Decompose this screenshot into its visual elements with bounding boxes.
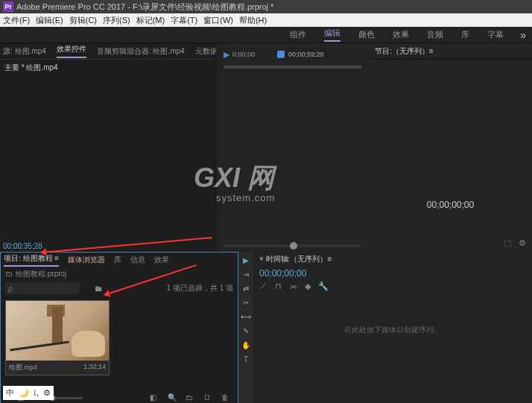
timeline-timecode[interactable]: 00;00;00;00 [253,267,532,280]
clip-thumbnail[interactable]: 绘图.mp4 1;32;14 [5,300,110,375]
new-bin-button[interactable]: 🗀 [186,393,196,402]
master-clip-label: 主要 * 绘图.mp4 [0,60,215,76]
track-select-tool-icon[interactable]: ⇥ [241,269,251,279]
menu-marker[interactable]: 标记(M) [136,15,165,26]
ime-lang[interactable]: 中 [6,387,14,399]
slip-tool-icon[interactable]: ⟷ [241,311,251,322]
snap-icon[interactable]: ⊓ [275,282,282,291]
selection-tool-icon[interactable]: ▶ [241,255,251,265]
playhead-icon[interactable] [277,51,285,58]
ws-more-icon[interactable]: » [520,29,526,41]
timeline-header[interactable]: × 时间轴:（无序列）≡ [253,252,532,267]
tab-effects[interactable]: 效果 [154,255,169,265]
auto-transcode-icon[interactable]: ◧ [150,393,160,402]
footer-right: ◧ 🔍 🗀 🗋 🗑 [150,393,235,402]
thumbnail-area: 绘图.mp4 1;32;14 [1,296,238,380]
app-icon: Pr [3,1,13,12]
playhead-marker-icon[interactable]: ▶ [224,50,229,60]
clip-preview [6,301,109,361]
settings-icon[interactable]: ⚙ [519,238,529,249]
timeline-toolbar: ⸓ ⊓ ⫘ ◆ 🔧 [253,280,532,293]
ime-punct-icon[interactable]: ⁞, [34,388,39,398]
upper-panels: 源: 绘图.mp4 效果控件 音频剪辑混合器: 绘图.mp4 元数据 主要 * … [0,43,532,252]
tools-panel: ▶ ⇥ ⇄ ✂ ⟷ ✎ ✋ T [238,252,253,403]
effect-timeline: ▶ 0;00;00 00;00;59;28 [216,43,369,252]
track-bar[interactable] [224,66,361,69]
ruler-tc-start: 0;00;00 [232,51,255,58]
new-bin-icon[interactable]: 🖿 [95,284,103,293]
type-tool-icon[interactable]: T [241,354,251,364]
ime-moon-icon[interactable]: 🌙 [19,388,29,398]
titlebar: Pr Adobe Premiere Pro CC 2017 - F:\录屏文件\… [0,0,532,13]
project-search-row: 🖿 1 项已选择，共 1 项 [1,281,238,296]
menu-help[interactable]: 帮助(H) [239,15,267,26]
trash-icon[interactable]: 🗑 [221,393,232,402]
nest-icon[interactable]: ⸓ [259,282,267,291]
menu-window[interactable]: 窗口(W) [203,15,233,26]
tab-audio-mixer[interactable]: 音频剪辑混合器: 绘图.mp4 [97,46,185,57]
source-tabs: 源: 绘图.mp4 效果控件 音频剪辑混合器: 绘图.mp4 元数据 [0,43,215,60]
ime-bar: 中 🌙 ⁞, ⚙ [3,386,54,400]
source-panel: 源: 绘图.mp4 效果控件 音频剪辑混合器: 绘图.mp4 元数据 主要 * … [0,43,216,252]
project-name: 🗀绘图教程.prproj [1,267,238,281]
program-timecode: 00;00;00;00 [427,200,474,210]
tab-media-browser[interactable]: 媒体浏览器 [68,255,105,265]
program-controls: ⬚ ⚙ [504,238,529,249]
tab-metadata[interactable]: 元数据 [195,46,218,57]
ws-tab-titles[interactable]: 字幕 [487,29,504,40]
tab-source[interactable]: 源: 绘图.mp4 [3,46,46,57]
ws-tab-effects[interactable]: 效果 [393,29,409,40]
hand-tool-icon[interactable]: ✋ [241,340,251,350]
lower-panels: 项目: 绘图教程 ≡ 媒体浏览器 库 信息 效果 🗀绘图教程.prproj 🖿 … [0,252,532,403]
project-tabs: 项目: 绘图教程 ≡ 媒体浏览器 库 信息 效果 [1,253,238,267]
tab-libraries[interactable]: 库 [114,255,121,265]
ws-tab-library[interactable]: 库 [461,29,469,40]
timeline-placeholder: 在此处放下媒体以创建序列。 [344,325,441,335]
zoom-thumb[interactable] [290,242,297,250]
ime-gear-icon[interactable]: ⚙ [43,388,51,398]
linked-icon[interactable]: ⫘ [289,282,297,291]
titlebar-text: Adobe Premiere Pro CC 2017 - F:\录屏文件\经验视… [16,1,273,13]
hand-shape [72,331,105,357]
source-timecode[interactable]: 00;00;35;28 [3,242,42,250]
program-panel: 节目:（无序列）≡ 00;00;00;00 ⬚ ⚙ [369,43,532,252]
clip-name: 绘图.mp4 [9,363,37,372]
workspace-tabs: 组件 编辑 颜色 效果 音频 库 字幕 » [0,27,532,43]
menubar: 文件(F) 编辑(E) 剪辑(C) 序列(S) 标记(M) 字幕(T) 窗口(W… [0,13,532,27]
program-header[interactable]: 节目:（无序列）≡ [369,43,532,60]
menu-clip[interactable]: 剪辑(C) [69,15,97,26]
wrench-icon[interactable]: 🔧 [318,282,329,291]
timeline-panel: × 时间轴:（无序列）≡ 00;00;00;00 ⸓ ⊓ ⫘ ◆ 🔧 在此处放下… [253,252,532,403]
ripple-tool-icon[interactable]: ⇄ [241,283,251,293]
ws-tab-audio[interactable]: 音频 [427,29,443,40]
hammer-shape [52,307,63,344]
ws-tab-color[interactable]: 颜色 [358,29,375,40]
bin-icon: 🗀 [5,270,13,278]
project-panel: 项目: 绘图教程 ≡ 媒体浏览器 库 信息 效果 🗀绘图教程.prproj 🖿 … [0,252,238,403]
razor-tool-icon[interactable]: ✂ [241,297,251,308]
zoom-slider[interactable] [224,244,361,247]
item-count: 1 项已选择，共 1 项 [167,283,233,293]
menu-title[interactable]: 字幕(T) [171,15,197,26]
menu-edit[interactable]: 编辑(E) [36,15,63,26]
pen-tool-icon[interactable]: ✎ [241,326,251,336]
find-icon[interactable]: 🔍 [168,393,178,402]
ws-tab-editing[interactable]: 编辑 [324,28,341,42]
tab-effect-controls[interactable]: 效果控件 [57,44,86,58]
ruler: ▶ 0;00;00 00;00;59;28 [216,43,369,66]
menu-sequence[interactable]: 序列(S) [103,15,130,26]
tab-info[interactable]: 信息 [130,255,145,265]
tab-project[interactable]: 项目: 绘图教程 ≡ [4,253,59,267]
brush-shape [10,340,69,351]
clip-label: 绘图.mp4 1;32;14 [6,361,109,375]
search-input[interactable] [5,282,80,294]
menu-file[interactable]: 文件(F) [3,15,30,26]
clip-duration: 1;32;14 [83,363,106,372]
ws-tab-assembly[interactable]: 组件 [290,29,306,40]
new-item-icon[interactable]: 🗋 [203,393,214,402]
ruler-tc-end: 00;00;59;28 [288,51,324,58]
fit-icon[interactable]: ⬚ [504,238,514,249]
marker-icon[interactable]: ◆ [305,282,311,291]
